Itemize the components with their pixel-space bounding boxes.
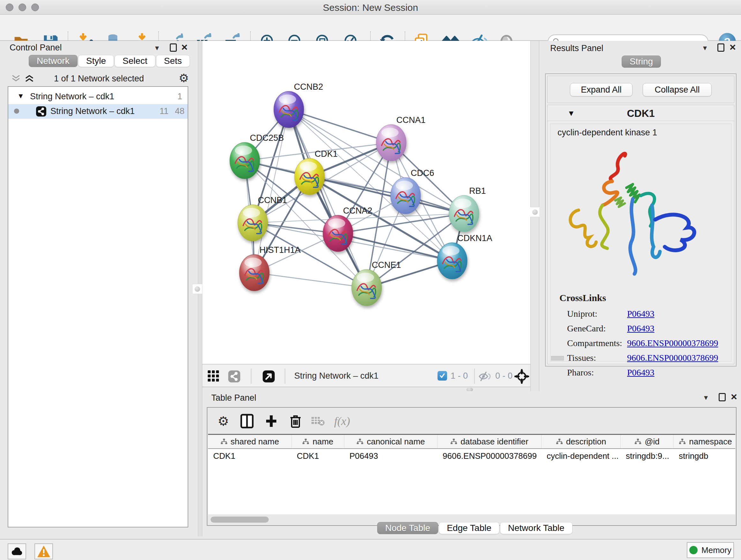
network-node-cdk1[interactable]: CDK1 bbox=[294, 149, 338, 195]
network-node-rb1[interactable]: RB1 bbox=[449, 186, 486, 232]
control-panel-title: Control Panel bbox=[10, 43, 62, 53]
results-scrollbar-stub[interactable] bbox=[551, 356, 564, 361]
cloud-status-button[interactable] bbox=[8, 543, 26, 559]
table-cell[interactable]: stringdb:9... bbox=[621, 449, 674, 463]
node-label: RB1 bbox=[469, 186, 486, 196]
crosslink-link[interactable]: P06493 bbox=[627, 323, 655, 333]
create-column-button[interactable] bbox=[262, 412, 280, 430]
tab-select[interactable]: Select bbox=[115, 55, 155, 67]
node-table[interactable]: shared namenamecanonical namedatabase id… bbox=[208, 434, 735, 514]
control-panel-float-button[interactable] bbox=[170, 44, 177, 52]
warnings-button[interactable] bbox=[35, 543, 53, 559]
network-graph[interactable]: CCNB2CCNA1CDC25BCDK1CDC6RB1CCNB1CCNA2CDK… bbox=[202, 41, 530, 364]
birds-eye-grid-icon[interactable] bbox=[207, 370, 219, 382]
network-node-ccne1[interactable]: CCNE1 bbox=[352, 260, 401, 306]
network-canvas[interactable]: CCNB2CCNA1CDC25BCDK1CDC6RB1CCNB1CCNA2CDK… bbox=[202, 41, 530, 364]
network-node-cdkn1a[interactable]: CDKN1A bbox=[437, 233, 492, 279]
network-options-gear-icon[interactable]: ⚙ bbox=[179, 71, 189, 84]
results-panel-float-button[interactable] bbox=[718, 44, 724, 52]
network-node-ccnb1[interactable]: CCNB1 bbox=[238, 195, 287, 241]
tab-node-table[interactable]: Node Table bbox=[377, 522, 438, 534]
table-body: CDK1CDK1P064939606.ENSP00000378699cyclin… bbox=[208, 449, 735, 463]
table-panel-title: Table Panel bbox=[211, 393, 256, 403]
network-view-toolbar: String Network – cdk1 1 - 0 0 - 0 bbox=[202, 364, 530, 387]
table-panel: Table Panel ▾ × ⚙ bbox=[202, 391, 741, 537]
export-view-icon[interactable] bbox=[262, 370, 275, 383]
table-panel-close-button[interactable]: × bbox=[731, 392, 737, 401]
column-header-canonical-name[interactable]: canonical name bbox=[344, 435, 437, 448]
crosslink-row: Pharos:P06493 bbox=[567, 365, 718, 380]
collapse-all-button[interactable]: Collapse All bbox=[643, 83, 712, 97]
columns-icon bbox=[240, 414, 254, 428]
network-edge[interactable] bbox=[289, 110, 391, 143]
table-row[interactable]: CDK1CDK1P064939606.ENSP00000378699cyclin… bbox=[208, 449, 735, 463]
delete-table-button[interactable] bbox=[309, 412, 327, 430]
network-node-ccnb2[interactable]: CCNB2 bbox=[274, 82, 323, 128]
table-panel-float-button[interactable] bbox=[719, 393, 726, 401]
canvas-toolbar-separator bbox=[285, 368, 285, 384]
table-cell[interactable]: 9606.ENSP00000378699 bbox=[437, 449, 542, 463]
network-collection-row[interactable]: ▼ String Network – cdk1 1 bbox=[8, 89, 188, 104]
protein-header[interactable]: ▼ CDK1 bbox=[548, 105, 734, 121]
network-node-cdc6[interactable]: CDC6 bbox=[391, 168, 434, 214]
selected-checkbox[interactable] bbox=[437, 371, 447, 381]
table-cell[interactable]: cyclin-dependent ... bbox=[542, 449, 621, 463]
tab-string[interactable]: String bbox=[622, 56, 661, 68]
column-header-label: database identifier bbox=[461, 437, 528, 447]
column-header-name[interactable]: name bbox=[292, 435, 344, 448]
column-header-@id[interactable]: @id bbox=[621, 435, 674, 448]
tab-edge-table[interactable]: Edge Table bbox=[439, 522, 499, 534]
gear-icon: ⚙ bbox=[218, 414, 229, 428]
network-edge[interactable] bbox=[254, 273, 367, 288]
network-edge[interactable] bbox=[289, 110, 367, 288]
results-panel-close-button[interactable]: × bbox=[730, 43, 736, 51]
network-node-hist1h1a[interactable]: HIST1H1A bbox=[239, 245, 300, 291]
tab-sets[interactable]: Sets bbox=[156, 55, 190, 67]
column-header-shared-name[interactable]: shared name bbox=[208, 435, 292, 448]
column-header-description[interactable]: description bbox=[542, 435, 621, 448]
node-label: CCNB1 bbox=[258, 195, 287, 205]
control-panel-menu-caret[interactable]: ▾ bbox=[155, 44, 159, 52]
table-settings-button[interactable]: ⚙ bbox=[214, 412, 232, 430]
network-node-ccna1[interactable]: CCNA1 bbox=[376, 115, 426, 161]
column-header-namespace[interactable]: namespace bbox=[674, 435, 735, 448]
left-splitter-handle[interactable] bbox=[192, 284, 202, 294]
table-cell[interactable]: P06493 bbox=[344, 449, 437, 463]
pan-crosshair-icon[interactable] bbox=[515, 369, 529, 384]
tab-network-table[interactable]: Network Table bbox=[500, 522, 572, 534]
show-columns-button[interactable] bbox=[238, 412, 256, 430]
tab-network[interactable]: Network bbox=[29, 55, 77, 67]
column-header-database-identifier[interactable]: database identifier bbox=[437, 435, 542, 448]
string-results-box: Expand All Collapse All ▼ CDK1 cyclin-de… bbox=[545, 73, 737, 367]
node-label: CCNA1 bbox=[396, 115, 426, 125]
cytoscape-window: Session: New Session bbox=[0, 0, 741, 560]
crosslink-link[interactable]: 9606.ENSP00000378699 bbox=[627, 338, 718, 348]
crosslink-row: GeneCard:P06493 bbox=[567, 321, 718, 336]
network-label: String Network – cdk1 bbox=[51, 106, 135, 116]
crosslink-link[interactable]: P06493 bbox=[627, 309, 655, 319]
selection-status: 1 of 1 Network selected bbox=[0, 74, 198, 84]
tree-expand-caret[interactable]: ▼ bbox=[17, 92, 24, 100]
tab-label: Node Table bbox=[385, 523, 430, 533]
results-panel-menu-caret[interactable]: ▾ bbox=[703, 44, 707, 52]
edge-count: 48 bbox=[175, 106, 185, 116]
function-builder-button[interactable]: f(x) bbox=[333, 412, 351, 430]
control-panel-close-button[interactable]: × bbox=[181, 43, 188, 51]
table-cell[interactable]: stringdb bbox=[674, 449, 735, 463]
tab-style[interactable]: Style bbox=[78, 55, 114, 67]
delete-columns-button[interactable] bbox=[286, 412, 305, 430]
table-hscrollbar-thumb[interactable] bbox=[211, 516, 269, 523]
hidden-eye-slash-icon[interactable] bbox=[478, 372, 491, 381]
column-header-label: namespace bbox=[689, 437, 732, 447]
right-splitter-handle[interactable] bbox=[530, 207, 540, 217]
table-cell[interactable]: CDK1 bbox=[208, 449, 292, 463]
status-bar: Memory bbox=[0, 539, 741, 560]
table-panel-menu-caret[interactable]: ▾ bbox=[704, 393, 708, 402]
memory-button[interactable]: Memory bbox=[687, 542, 734, 558]
expand-all-button[interactable]: Expand All bbox=[570, 83, 632, 97]
crosslink-link[interactable]: 9606.ENSP00000378699 bbox=[627, 353, 718, 363]
string-network-badge-icon[interactable] bbox=[228, 370, 241, 383]
table-cell[interactable]: CDK1 bbox=[292, 449, 344, 463]
network-row-selected[interactable]: String Network – cdk1 11 48 bbox=[8, 104, 188, 119]
crosslink-link[interactable]: P06493 bbox=[627, 368, 655, 377]
